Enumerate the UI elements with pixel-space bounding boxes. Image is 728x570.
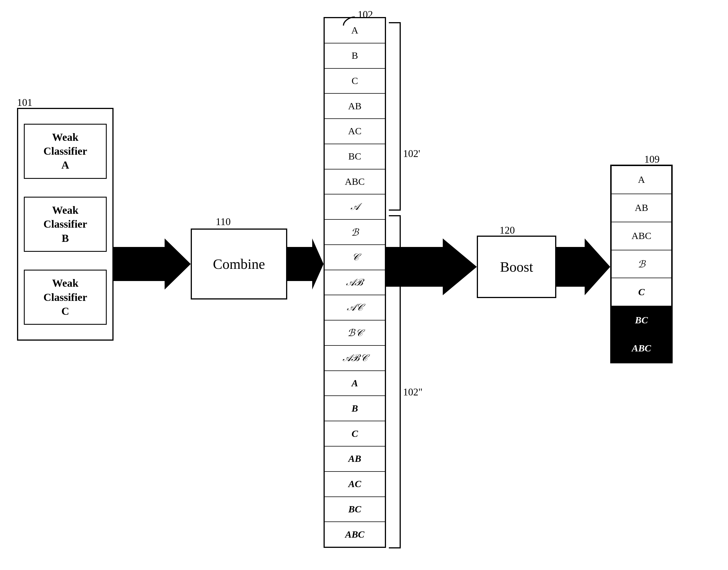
list-item-12: 𝒜𝒞 <box>325 295 385 320</box>
list-item-5: AC <box>325 119 385 144</box>
result-item-4: ℬ <box>612 250 671 278</box>
boost-label: Boost <box>500 259 533 275</box>
classifier-c: WeakClassifierC <box>24 270 107 325</box>
result-box: A AB ABC ℬ C BC ABC <box>610 165 673 363</box>
bracket-102dbl <box>389 216 400 548</box>
arrow-list-to-boost <box>386 239 477 295</box>
ref-110: 110 <box>216 216 231 228</box>
list-item-10: 𝒞 <box>325 245 385 270</box>
boost-box: Boost <box>477 236 556 298</box>
ref-102dbl: 102" <box>403 386 423 398</box>
result-item-7: ABC <box>612 334 671 362</box>
arrow-classifiers-to-combine <box>113 239 191 290</box>
list-item-17: C <box>325 421 385 447</box>
list-item-7: ABC <box>325 170 385 195</box>
list-item-8: 𝒜 <box>325 195 385 220</box>
combine-box: Combine <box>191 229 287 299</box>
classifiers-box: WeakClassifierA WeakClassifierB WeakClas… <box>17 108 113 341</box>
list-item-6: BC <box>325 144 385 170</box>
ref-109: 109 <box>644 153 660 165</box>
list-item-11: 𝒜ℬ <box>325 270 385 295</box>
list-box: A B C AB AC BC ABC 𝒜 ℬ 𝒞 𝒜ℬ 𝒜𝒞 ℬ𝒞 𝒜ℬ𝒞 A … <box>324 17 386 548</box>
list-item-20: BC <box>325 497 385 522</box>
result-item-2: AB <box>612 194 671 222</box>
list-item-19: AC <box>325 472 385 497</box>
combine-label: Combine <box>213 256 265 272</box>
result-item-3: ABC <box>612 222 671 250</box>
ref-120: 120 <box>499 224 515 236</box>
list-item-18: AB <box>325 447 385 472</box>
result-item-6: BC <box>612 306 671 334</box>
list-item-14: 𝒜ℬ𝒞 <box>325 346 385 371</box>
list-item-21: ABC <box>325 522 385 547</box>
diagram: 101 WeakClassifierA WeakClassifierB Weak… <box>0 0 728 570</box>
result-item-5: C <box>612 278 671 306</box>
classifier-a: WeakClassifierA <box>24 124 107 179</box>
list-item-1: A <box>325 18 385 43</box>
result-item-1: A <box>612 166 671 194</box>
bracket-102prime <box>389 23 400 210</box>
arrow-combine-to-list <box>287 239 324 290</box>
list-item-2: B <box>325 43 385 69</box>
list-item-13: ℬ𝒞 <box>325 320 385 346</box>
list-item-15: A <box>325 371 385 396</box>
arrow-boost-to-result <box>556 239 610 295</box>
list-item-4: AB <box>325 94 385 119</box>
classifier-b: WeakClassifierB <box>24 197 107 252</box>
list-item-3: C <box>325 69 385 94</box>
ref-102prime: 102' <box>403 148 420 160</box>
list-item-16: B <box>325 396 385 421</box>
ref-101: 101 <box>17 96 32 108</box>
list-item-9: ℬ <box>325 220 385 245</box>
